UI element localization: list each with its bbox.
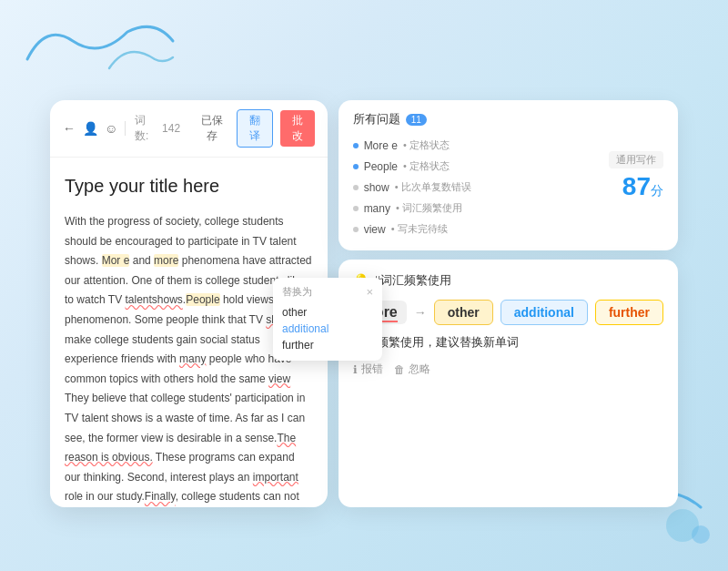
popup-item-additional[interactable]: additional	[282, 321, 373, 337]
editor-body[interactable]: With the progress of society, college st…	[65, 212, 313, 507]
issue-name: People	[364, 160, 398, 173]
score-section: 通用写作 87分	[594, 150, 663, 201]
smile-icon[interactable]: ☺	[105, 121, 117, 136]
replace-popup: 替换为 × other additional further	[273, 278, 382, 361]
issues-badge: 11	[406, 114, 427, 126]
highlight-talentshows: talentshows	[125, 293, 182, 306]
main-container: ← 👤 ☺ 词数: 142 已保存 翻译 批改 Type your title …	[50, 100, 678, 507]
issue-item-many[interactable]: many • 词汇频繁使用	[353, 198, 594, 219]
issue-item-view[interactable]: view • 写未完待续	[353, 219, 594, 240]
issue-name: show	[364, 181, 389, 194]
revise-button[interactable]: 批改	[280, 110, 315, 147]
popup-header: 替换为 ×	[282, 285, 373, 299]
issue-dot	[353, 185, 359, 190]
word-chips: more → other additional further	[353, 300, 663, 325]
issue-item-people[interactable]: People • 定格状态	[353, 156, 594, 177]
report-icon: ℹ	[353, 363, 358, 376]
editor-toolbar: ← 👤 ☺ 词数: 142 已保存 翻译 批改	[50, 100, 328, 158]
popup-item-other[interactable]: other	[282, 304, 373, 321]
issue-dot	[353, 227, 359, 232]
right-panel: 所有问题 11 More e • 定格状态 People • 定格状态	[339, 100, 678, 507]
popup-close-icon[interactable]: ×	[366, 285, 373, 299]
issue-item-more-e[interactable]: More e • 定格状态	[353, 135, 594, 156]
svg-point-1	[692, 525, 710, 544]
profile-icon[interactable]: 👤	[83, 121, 97, 136]
report-button[interactable]: ℹ 报错	[353, 362, 383, 377]
issue-list: More e • 定格状态 People • 定格状态 show • 比次单复数…	[353, 135, 594, 240]
chip-further[interactable]: further	[595, 300, 663, 325]
highlight-view: view	[268, 372, 290, 385]
highlight-people[interactable]: People	[186, 293, 219, 306]
issue-dot	[353, 164, 359, 169]
suggestion-header: 💡 #词汇频繁使用	[353, 272, 663, 289]
ignore-button[interactable]: 🗑 忽略	[394, 362, 430, 377]
save-button[interactable]: 已保存	[195, 110, 229, 147]
issues-title: 所有问题	[353, 111, 400, 127]
report-label: 报错	[361, 362, 383, 377]
highlight-important: important	[253, 471, 298, 484]
back-icon[interactable]: ←	[63, 121, 76, 136]
suggestion-description: 词汇频繁使用，建议替换新单词	[353, 334, 663, 351]
popup-replace-label: 替换为	[282, 285, 312, 299]
score-unit: 分	[651, 183, 663, 198]
issues-header: 所有问题 11	[353, 111, 594, 127]
popup-item-further[interactable]: further	[282, 337, 373, 353]
issue-dot	[353, 206, 359, 211]
issue-item-show[interactable]: show • 比次单复数错误	[353, 177, 594, 198]
deco-top-left	[18, 14, 182, 96]
issue-desc: • 词汇频繁使用	[396, 201, 462, 215]
highlight-reason: The reason is obvious.	[65, 432, 296, 464]
score-display: 87分	[609, 172, 663, 201]
issue-desc: • 定格状态	[403, 138, 450, 152]
issue-name: many	[364, 202, 390, 215]
highlight-many: many	[179, 352, 206, 365]
highlight-more[interactable]: Mor e	[102, 254, 130, 267]
suggestion-title: #词汇频繁使用	[374, 272, 451, 289]
word-count-label: 词数:	[135, 113, 153, 144]
chip-arrow: →	[414, 305, 427, 320]
issue-dot	[353, 143, 359, 148]
ignore-label: 忽略	[409, 362, 430, 377]
ignore-icon: 🗑	[394, 363, 405, 376]
editor-title: Type your title here	[65, 170, 313, 201]
word-count-value: 142	[162, 122, 180, 135]
suggestion-actions: ℹ 报错 🗑 忽略	[353, 362, 663, 377]
chip-other[interactable]: other	[434, 300, 493, 325]
issues-section: 所有问题 11 More e • 定格状态 People • 定格状态	[353, 111, 594, 240]
suggestion-panel: 💡 #词汇频繁使用 more → other additional furthe…	[339, 260, 678, 507]
issue-desc: • 比次单复数错误	[395, 180, 471, 194]
issue-name: view	[364, 223, 386, 236]
issue-name: More e	[364, 139, 398, 152]
toolbar-separator	[125, 121, 126, 136]
score-panel: 所有问题 11 More e • 定格状态 People • 定格状态	[339, 100, 678, 250]
translate-button[interactable]: 翻译	[237, 109, 273, 148]
highlight-more2[interactable]: more	[154, 254, 178, 267]
score-value: 87	[622, 172, 651, 200]
score-label: 通用写作	[609, 151, 663, 168]
issue-desc: • 定格状态	[403, 159, 450, 173]
chip-additional[interactable]: additional	[500, 300, 588, 325]
issue-desc: • 写未完待续	[391, 222, 448, 236]
highlight-finally: Finally	[145, 490, 176, 503]
